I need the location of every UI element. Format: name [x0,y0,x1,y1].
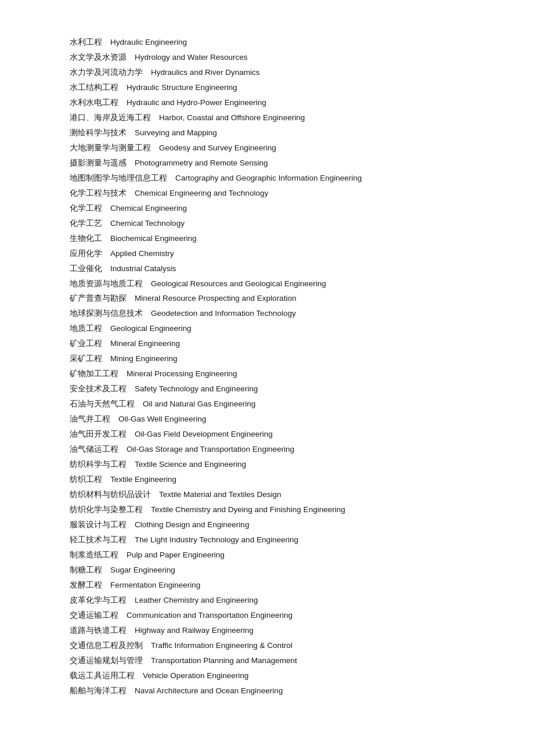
subject-cn: 矿业工程 [70,339,102,348]
subject-en: Applied Chemistry [110,249,174,258]
subject-cn: 轻工技术与工程 [70,535,127,544]
list-item: 载运工具运用工程 Vehicle Operation Engineering [70,668,464,683]
list-item: 纺织工程 Textile Engineering [70,472,464,487]
subject-cn: 油气田开发工程 [70,430,127,438]
subject-en: Harbor, Coastal and Offshore Engineering [159,113,305,122]
subject-en: Geological Engineering [110,324,192,333]
list-item: 港口、海岸及近海工程 Harbor, Coastal and Offshore … [70,110,464,125]
subject-cn: 制糖工程 [70,566,102,574]
subject-cn: 化学工艺 [70,219,102,228]
subject-cn: 水利水电工程 [70,98,118,107]
list-item: 轻工技术与工程 The Light Industry Technology an… [70,532,464,548]
subject-en: Hydrology and Water Resources [135,53,248,62]
list-item: 测绘科学与技术 Surveying and Mapping [70,125,464,141]
subject-cn: 地质资源与地质工程 [70,279,143,288]
subject-en: Safety Technology and Engineering [135,384,258,393]
subject-cn: 道路与铁道工程 [70,626,127,635]
list-item: 水文学及水资源 Hydrology and Water Resources [70,50,464,65]
subject-en: Vehicle Operation Engineering [143,671,248,680]
subject-en: Mining Engineering [110,354,178,363]
subject-en: Naval Architecture and Ocean Engineering [135,686,283,695]
subject-en: Communication and Transportation Enginee… [127,611,293,620]
subject-cn: 采矿工程 [70,354,102,363]
list-item: 纺织科学与工程 Textile Science and Engineering [70,457,464,472]
subject-cn: 应用化学 [70,249,102,258]
subject-cn: 水力学及河流动力学 [70,68,143,77]
subject-cn: 交通信息工程及控制 [70,641,143,650]
subject-cn: 纺织材料与纺织品设计 [70,490,151,499]
subject-cn: 化学工程 [70,204,102,213]
subject-en: Clothing Design and Engineering [135,520,249,529]
list-item: 水利水电工程 Hydraulic and Hydro-Power Enginee… [70,95,464,110]
list-item: 油气田开发工程 Oil-Gas Field Development Engine… [70,427,464,442]
list-item: 纺织化学与染整工程 Textile Chemistry and Dyeing a… [70,502,464,517]
list-item: 服装设计与工程 Clothing Design and Engineering [70,517,464,532]
subject-en: Oil-Gas Well Engineering [118,415,206,423]
list-item: 化学工程与技术 Chemical Engineering and Technol… [70,186,464,201]
list-item: 地质资源与地质工程 Geological Resources and Geolo… [70,276,464,291]
subject-cn: 纺织工程 [70,475,102,484]
list-item: 矿产普查与勘探 Mineral Resource Prospecting and… [70,291,464,306]
subject-cn: 水利工程 [70,38,102,46]
list-item: 生物化工 Biochemical Engineering [70,231,464,246]
subject-cn: 纺织化学与染整工程 [70,505,143,514]
list-item: 采矿工程 Mining Engineering [70,351,464,366]
subject-en: Chemical Technology [110,219,185,228]
subject-cn: 地质工程 [70,324,102,333]
subject-en: Chemical Engineering and Technology [135,189,268,197]
list-item: 地图制图学与地理信息工程 Cartography and Geographic … [70,171,464,186]
subject-cn: 油气井工程 [70,415,110,423]
subject-cn: 石油与天然气工程 [70,399,135,408]
subject-en: Mineral Resource Prospecting and Explora… [135,294,296,303]
subject-en: Surveying and Mapping [135,128,217,137]
list-item: 船舶与海洋工程 Naval Architecture and Ocean Eng… [70,683,464,699]
list-item: 安全技术及工程 Safety Technology and Engineerin… [70,381,464,397]
subject-en: Geodesy and Survey Engineering [159,143,276,152]
subject-en: Geological Resources and Geological Engi… [151,279,326,288]
subject-en: Pulp and Paper Engineering [127,550,225,559]
subject-en: Fermentation Engineering [110,581,200,589]
subject-cn: 水文学及水资源 [70,53,127,62]
subject-en: Oil-Gas Storage and Transportation Engin… [127,445,294,453]
subject-cn: 服装设计与工程 [70,520,127,529]
list-item: 地球探测与信息技术 Geodetection and Information T… [70,306,464,321]
subject-en: Biochemical Engineering [110,234,197,243]
list-item: 化学工程 Chemical Engineering [70,201,464,216]
list-item: 油气井工程 Oil-Gas Well Engineering [70,412,464,427]
subject-en: Sugar Engineering [110,566,175,574]
subject-en: Geodetection and Information Technology [151,309,296,318]
subject-cn: 交通运输工程 [70,611,118,620]
subject-en: Textile Chemistry and Dyeing and Finishi… [151,505,345,514]
list-item: 交通信息工程及控制 Traffic Information Engineerin… [70,638,464,653]
list-item: 油气储运工程 Oil-Gas Storage and Transportatio… [70,442,464,457]
subject-en: Traffic Information Engineering & Contro… [151,641,293,650]
subject-cn: 生物化工 [70,234,102,243]
subject-cn: 地球探测与信息技术 [70,309,143,318]
subject-en: Oil and Natural Gas Engineering [143,399,255,408]
subject-cn: 矿物加工工程 [70,369,118,378]
subject-en: Hydraulic Engineering [110,38,187,46]
subject-cn: 纺织科学与工程 [70,460,127,469]
list-item: 交通运输规划与管理 Transportation Planning and Ma… [70,653,464,668]
subject-cn: 载运工具运用工程 [70,671,135,680]
list-item: 水工结构工程 Hydraulic Structure Engineering [70,80,464,95]
subject-en: Mineral Processing Engineering [127,369,237,378]
subject-cn: 港口、海岸及近海工程 [70,113,151,122]
subject-en: Textile Material and Textiles Design [159,490,282,499]
list-item: 水力学及河流动力学 Hydraulics and River Dynamics [70,65,464,80]
subject-list: 水利工程 Hydraulic Engineering水文学及水资源 Hydrol… [70,35,464,699]
subject-cn: 大地测量学与测量工程 [70,143,151,152]
list-item: 制糖工程 Sugar Engineering [70,563,464,578]
subject-en: Textile Engineering [110,475,176,484]
subject-en: Hydraulic and Hydro-Power Engineering [127,98,266,107]
main-content: 水利工程 Hydraulic Engineering水文学及水资源 Hydrol… [0,0,534,733]
list-item: 矿业工程 Mineral Engineering [70,336,464,351]
subject-cn: 化学工程与技术 [70,189,127,197]
list-item: 化学工艺 Chemical Technology [70,216,464,231]
subject-cn: 工业催化 [70,264,102,273]
subject-cn: 交通运输规划与管理 [70,656,143,665]
list-item: 道路与铁道工程 Highway and Railway Engineering [70,623,464,638]
subject-cn: 摄影测量与遥感 [70,159,127,167]
list-item: 交通运输工程 Communication and Transportation … [70,608,464,623]
subject-cn: 地图制图学与地理信息工程 [70,174,167,182]
